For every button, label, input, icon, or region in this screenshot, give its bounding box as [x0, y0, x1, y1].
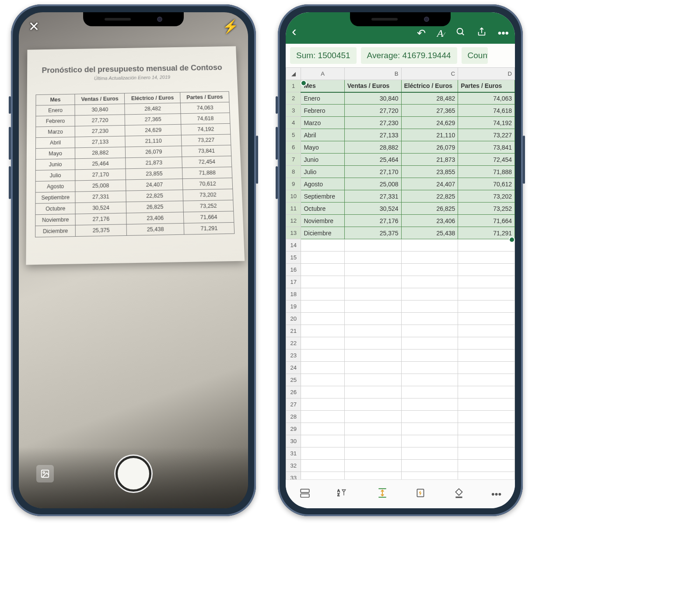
- cell[interactable]: [401, 423, 458, 435]
- cell[interactable]: [301, 398, 344, 411]
- stat-sum[interactable]: Sum: 1500451: [290, 47, 357, 64]
- stat-average[interactable]: Average: 41679.19444: [361, 47, 457, 64]
- cell[interactable]: 28,482: [401, 92, 458, 105]
- cell[interactable]: [301, 362, 344, 374]
- cell[interactable]: [401, 325, 458, 337]
- cell[interactable]: [401, 374, 458, 386]
- cell[interactable]: 74,063: [458, 92, 515, 105]
- cell[interactable]: [458, 301, 515, 313]
- cell[interactable]: [458, 288, 515, 301]
- cell[interactable]: [458, 362, 515, 374]
- more-tools-icon[interactable]: •••: [491, 489, 501, 500]
- cell[interactable]: 27,133: [344, 129, 401, 141]
- cell[interactable]: [301, 374, 344, 386]
- cell[interactable]: 23,406: [401, 215, 458, 227]
- cell[interactable]: 28,882: [344, 141, 401, 154]
- flash-fill-icon[interactable]: [415, 487, 426, 501]
- cell[interactable]: [401, 460, 458, 472]
- row-header[interactable]: 33: [286, 472, 301, 480]
- row-header[interactable]: 20: [286, 313, 301, 325]
- cell[interactable]: 27,331: [344, 190, 401, 203]
- cell[interactable]: 25,375: [344, 227, 401, 239]
- row-header[interactable]: 26: [286, 386, 301, 398]
- row-header[interactable]: 27: [286, 398, 301, 411]
- row-header[interactable]: 12: [286, 215, 301, 227]
- cell[interactable]: [344, 239, 401, 252]
- cell[interactable]: [458, 411, 515, 423]
- row-header[interactable]: 25: [286, 374, 301, 386]
- cell[interactable]: [301, 288, 344, 301]
- cell[interactable]: 21,110: [401, 129, 458, 141]
- row-header[interactable]: 16: [286, 264, 301, 276]
- cell[interactable]: [344, 423, 401, 435]
- cell[interactable]: 26,079: [401, 141, 458, 154]
- cell[interactable]: Febrero: [301, 105, 344, 117]
- row-header[interactable]: 28: [286, 411, 301, 423]
- cell[interactable]: 30,524: [344, 203, 401, 215]
- cell[interactable]: [301, 472, 344, 480]
- row-header[interactable]: 8: [286, 166, 301, 178]
- cell[interactable]: [344, 276, 401, 288]
- cell[interactable]: [458, 472, 515, 480]
- cell[interactable]: [301, 349, 344, 362]
- cell[interactable]: [458, 349, 515, 362]
- cell[interactable]: Diciembre: [301, 227, 344, 239]
- row-header[interactable]: 7: [286, 154, 301, 166]
- col-header-a[interactable]: A: [301, 68, 344, 80]
- cell[interactable]: Noviembre: [301, 215, 344, 227]
- cell[interactable]: [458, 447, 515, 460]
- cell[interactable]: Mes: [301, 80, 344, 92]
- font-icon[interactable]: A⁄: [437, 28, 444, 39]
- row-header[interactable]: 32: [286, 460, 301, 472]
- row-header[interactable]: 29: [286, 423, 301, 435]
- col-header-d[interactable]: D: [458, 68, 515, 80]
- cell[interactable]: [344, 447, 401, 460]
- close-icon[interactable]: ✕: [28, 19, 39, 34]
- cell[interactable]: Ventas / Euros: [344, 80, 401, 92]
- cell[interactable]: 23,855: [401, 166, 458, 178]
- cell[interactable]: 21,873: [401, 154, 458, 166]
- row-header[interactable]: 1: [286, 80, 301, 92]
- cell[interactable]: 73,202: [458, 190, 515, 203]
- cell[interactable]: [301, 411, 344, 423]
- cell[interactable]: 30,840: [344, 92, 401, 105]
- row-header[interactable]: 3: [286, 105, 301, 117]
- cell[interactable]: 27,365: [401, 105, 458, 117]
- cell[interactable]: 26,825: [401, 203, 458, 215]
- cell[interactable]: [344, 374, 401, 386]
- row-header[interactable]: 5: [286, 129, 301, 141]
- cell[interactable]: [344, 435, 401, 447]
- cell[interactable]: [344, 325, 401, 337]
- cell[interactable]: [401, 398, 458, 411]
- cell[interactable]: 27,720: [344, 105, 401, 117]
- cell[interactable]: [344, 362, 401, 374]
- row-header[interactable]: 10: [286, 190, 301, 203]
- cell[interactable]: [458, 386, 515, 398]
- cell[interactable]: [344, 398, 401, 411]
- cell[interactable]: [344, 386, 401, 398]
- cell[interactable]: [301, 313, 344, 325]
- row-header[interactable]: 23: [286, 349, 301, 362]
- cell[interactable]: 27,230: [344, 117, 401, 129]
- cell[interactable]: Enero: [301, 92, 344, 105]
- cell[interactable]: Junio: [301, 154, 344, 166]
- cell[interactable]: [458, 398, 515, 411]
- cell[interactable]: 73,841: [458, 141, 515, 154]
- cell[interactable]: [301, 239, 344, 252]
- cell[interactable]: [301, 252, 344, 264]
- cell[interactable]: [401, 447, 458, 460]
- cell[interactable]: [344, 288, 401, 301]
- cell[interactable]: [344, 301, 401, 313]
- stat-count[interactable]: Count: [462, 47, 488, 64]
- cell[interactable]: [401, 288, 458, 301]
- cell[interactable]: [301, 276, 344, 288]
- search-icon[interactable]: [456, 27, 466, 39]
- cell[interactable]: [301, 325, 344, 337]
- cell[interactable]: 71,888: [458, 166, 515, 178]
- cell[interactable]: [401, 472, 458, 480]
- cell[interactable]: 74,618: [458, 105, 515, 117]
- select-all-corner[interactable]: ◢: [286, 68, 301, 80]
- card-view-icon[interactable]: [299, 487, 311, 501]
- cell[interactable]: [458, 313, 515, 325]
- row-header[interactable]: 31: [286, 447, 301, 460]
